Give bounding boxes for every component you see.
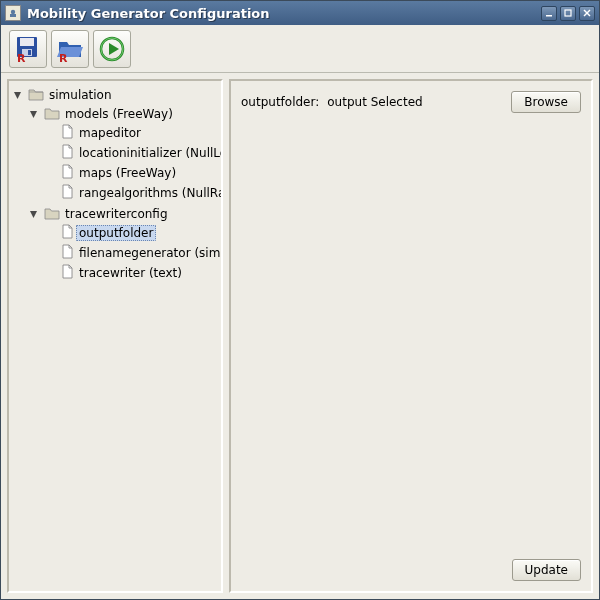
file-icon xyxy=(60,124,74,142)
tree-node-locationinitializer[interactable]: locationinitializer (NullLocationInitial… xyxy=(45,143,219,163)
folder-open-icon xyxy=(28,87,44,104)
collapse-icon[interactable] xyxy=(29,210,38,219)
tree-node-tracewriter[interactable]: tracewriter (text) xyxy=(45,263,219,283)
svg-rect-9 xyxy=(28,50,31,55)
field-value: output Selected xyxy=(327,95,422,109)
tree-label: tracewriter (text) xyxy=(76,265,185,281)
tree-node-models[interactable]: models (FreeWay) xyxy=(29,104,219,204)
svg-rect-1 xyxy=(10,14,16,17)
window-buttons xyxy=(541,6,595,21)
tree-node-filenamegenerator[interactable]: filenamegenerator (simpleFilenameGenerat… xyxy=(45,243,219,263)
app-icon xyxy=(5,5,21,21)
outputfolder-field-row: outputfolder: output Selected Browse xyxy=(241,91,581,113)
tree-label: mapeditor xyxy=(76,125,144,141)
minimize-button[interactable] xyxy=(541,6,557,21)
tree-node-simulation[interactable]: simulation xyxy=(13,85,219,285)
file-icon xyxy=(60,224,74,242)
detail-panel: outputfolder: output Selected Browse Upd… xyxy=(229,79,593,593)
field-label: outputfolder: xyxy=(241,95,319,109)
tree-node-maps[interactable]: maps (FreeWay) xyxy=(45,163,219,183)
update-button[interactable]: Update xyxy=(512,559,581,581)
tree-panel: simulation xyxy=(7,79,223,593)
tree-label: maps (FreeWay) xyxy=(76,165,179,181)
svg-rect-3 xyxy=(565,10,571,16)
bottom-bar: Update xyxy=(241,559,581,581)
maximize-button[interactable] xyxy=(560,6,576,21)
open-r-button[interactable]: R xyxy=(51,30,89,68)
folder-open-icon xyxy=(44,206,60,223)
tree-label: locationinitializer (NullLocationInitial… xyxy=(76,145,223,161)
tree-label: simulation xyxy=(46,87,115,103)
tree-label: rangealgorithms (NullRangeAlgorithm) xyxy=(76,185,223,201)
tree-node-mapeditor[interactable]: mapeditor xyxy=(45,123,219,143)
collapse-icon[interactable] xyxy=(13,91,22,100)
play-button[interactable] xyxy=(93,30,131,68)
window-title: Mobility Generator Configuration xyxy=(27,6,541,21)
titlebar: Mobility Generator Configuration xyxy=(1,1,599,25)
tree-label-selected: outputfolder xyxy=(76,225,156,241)
svg-rect-2 xyxy=(546,15,552,17)
tree-label: tracewriterconfig xyxy=(62,206,171,222)
tree-node-rangealgorithms[interactable]: rangealgorithms (NullRangeAlgorithm) xyxy=(45,183,219,203)
tree-label: filenamegenerator (simpleFilenameGenerat… xyxy=(76,245,223,261)
tree-node-outputfolder[interactable]: outputfolder xyxy=(45,223,219,243)
save-r-button[interactable]: R xyxy=(9,30,47,68)
file-icon xyxy=(60,184,74,202)
svg-marker-12 xyxy=(14,92,21,99)
file-icon xyxy=(60,264,74,282)
body-split: simulation xyxy=(1,73,599,599)
browse-button[interactable]: Browse xyxy=(511,91,581,113)
application-window: Mobility Generator Configuration R xyxy=(0,0,600,600)
svg-point-0 xyxy=(11,10,15,14)
close-button[interactable] xyxy=(579,6,595,21)
config-tree[interactable]: simulation xyxy=(11,85,219,285)
tree-label: models (FreeWay) xyxy=(62,106,176,122)
save-r-label: R xyxy=(17,52,26,63)
collapse-icon[interactable] xyxy=(29,110,38,119)
svg-rect-7 xyxy=(20,38,34,46)
folder-open-icon xyxy=(44,106,60,123)
file-icon xyxy=(60,244,74,262)
svg-marker-14 xyxy=(30,211,37,218)
toolbar: R R xyxy=(1,25,599,73)
open-r-label: R xyxy=(59,52,68,63)
svg-marker-13 xyxy=(30,111,37,118)
file-icon xyxy=(60,164,74,182)
file-icon xyxy=(60,144,74,162)
tree-node-tracewriterconfig[interactable]: tracewriterconfig xyxy=(29,204,219,284)
